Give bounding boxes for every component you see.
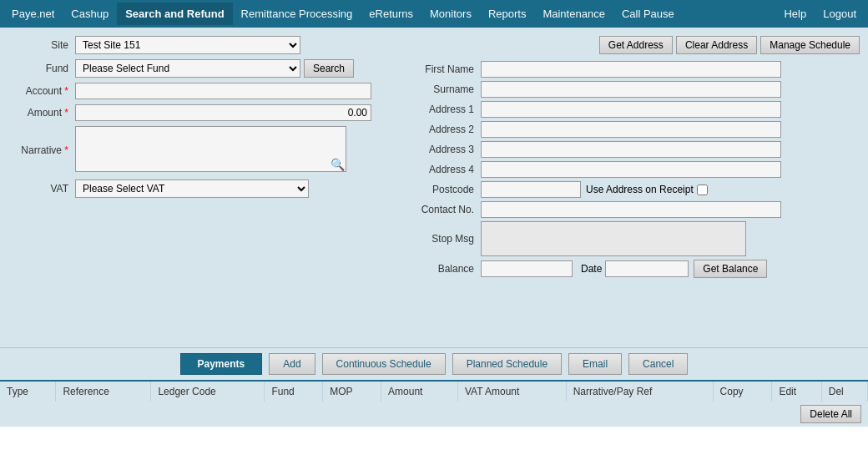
use-address-checkbox[interactable]	[697, 185, 708, 195]
account-label: Account	[8, 85, 75, 97]
col-del: Del	[821, 382, 867, 402]
balance-input[interactable]	[481, 260, 573, 277]
nav-cashup[interactable]: Cashup	[63, 3, 117, 25]
nav-maintenance[interactable]: Maintenance	[534, 3, 613, 25]
address2-input[interactable]	[481, 121, 781, 138]
continuous-schedule-button[interactable]: Continuous Schedule	[322, 353, 446, 375]
col-vat-amount: VAT Amount	[457, 382, 566, 402]
col-mop: MOP	[323, 382, 381, 402]
narrative-textarea[interactable]	[75, 126, 346, 172]
vat-select[interactable]: Please Select VAT	[75, 179, 309, 198]
amount-row: Amount	[8, 104, 392, 121]
nav-callpause[interactable]: Call Pause	[613, 3, 683, 25]
nav-payenet[interactable]: Paye.net	[3, 3, 63, 25]
fund-label: Fund	[8, 63, 75, 74]
postcode-row: Postcode Use Address on Receipt	[406, 181, 860, 198]
manage-schedule-button[interactable]: Manage Schedule	[760, 36, 860, 54]
first-name-row: First Name	[406, 61, 860, 78]
first-name-input[interactable]	[481, 61, 781, 78]
narrative-label: Narrative	[8, 144, 75, 156]
fund-row: Fund Please Select Fund Search	[8, 59, 392, 78]
col-type: Type	[0, 382, 56, 402]
contact-label: Contact No.	[406, 204, 481, 215]
col-edit: Edit	[772, 382, 821, 402]
navbar: Paye.net Cashup Search and Refund Remitt…	[0, 0, 868, 28]
data-table: Type Reference Ledger Code Fund MOP Amou…	[0, 382, 868, 402]
table-section: Type Reference Ledger Code Fund MOP Amou…	[0, 380, 868, 460]
address2-label: Address 2	[406, 124, 481, 135]
nav-reports[interactable]: Reports	[480, 3, 535, 25]
nav-ereturns[interactable]: eReturns	[361, 3, 421, 25]
address3-label: Address 3	[406, 144, 481, 155]
nav-help[interactable]: Help	[775, 3, 815, 25]
col-reference: Reference	[56, 382, 151, 402]
use-address-label: Use Address on Receipt	[586, 184, 694, 195]
search-button[interactable]: Search	[304, 59, 354, 78]
date-input[interactable]	[605, 260, 689, 277]
address4-row: Address 4	[406, 161, 860, 178]
nav-monitors[interactable]: Monitors	[421, 3, 480, 25]
action-bar: Payments Add Continuous Schedule Planned…	[0, 347, 868, 380]
address3-row: Address 3	[406, 141, 860, 158]
right-panel: Get Address Clear Address Manage Schedul…	[406, 36, 860, 339]
col-fund: Fund	[265, 382, 323, 402]
stopmsg-textarea[interactable]	[481, 221, 746, 256]
clear-address-button[interactable]: Clear Address	[676, 36, 757, 54]
nav-logout[interactable]: Logout	[815, 3, 865, 25]
vat-label: VAT	[8, 183, 75, 195]
address4-input[interactable]	[481, 161, 781, 178]
contact-input[interactable]	[481, 201, 781, 218]
balance-row: Balance Date Get Balance	[406, 260, 860, 278]
col-narrative: Narrative/Pay Ref	[566, 382, 713, 402]
stopmsg-label: Stop Msg	[406, 233, 481, 245]
amount-input[interactable]	[75, 104, 371, 121]
surname-row: Surname	[406, 81, 860, 98]
postcode-input[interactable]	[481, 181, 581, 198]
vat-row: VAT Please Select VAT	[8, 179, 392, 198]
cancel-button[interactable]: Cancel	[628, 353, 688, 375]
address1-row: Address 1	[406, 101, 860, 118]
narrative-row: Narrative 🔍	[8, 126, 392, 174]
left-panel: Site Test Site 151 Fund Please Select Fu…	[8, 36, 392, 339]
add-button[interactable]: Add	[269, 353, 315, 375]
fund-select[interactable]: Please Select Fund	[75, 59, 300, 78]
table-header-row: Type Reference Ledger Code Fund MOP Amou…	[0, 382, 868, 402]
narrative-search-icon[interactable]: 🔍	[331, 158, 345, 171]
balance-label: Balance	[406, 263, 481, 275]
use-address-row: Use Address on Receipt	[586, 184, 708, 195]
address1-label: Address 1	[406, 104, 481, 115]
site-select[interactable]: Test Site 151	[75, 36, 300, 54]
address1-input[interactable]	[481, 101, 781, 118]
get-balance-button[interactable]: Get Balance	[694, 260, 767, 278]
col-ledger-code: Ledger Code	[151, 382, 265, 402]
col-copy: Copy	[713, 382, 772, 402]
date-label: Date	[581, 263, 602, 275]
postcode-label: Postcode	[406, 184, 481, 195]
account-input[interactable]	[75, 83, 371, 99]
address2-row: Address 2	[406, 121, 860, 138]
email-button[interactable]: Email	[568, 353, 622, 375]
site-row: Site Test Site 151	[8, 36, 392, 54]
get-address-button[interactable]: Get Address	[599, 36, 673, 54]
stopmsg-row: Stop Msg	[406, 221, 860, 256]
address4-label: Address 4	[406, 164, 481, 175]
delete-all-button[interactable]: Delete All	[800, 405, 861, 423]
nav-remittance[interactable]: Remittance Processing	[233, 3, 361, 25]
nav-search-refund[interactable]: Search and Refund	[117, 3, 232, 25]
top-buttons: Get Address Clear Address Manage Schedul…	[406, 36, 860, 54]
payments-button[interactable]: Payments	[180, 353, 263, 375]
planned-schedule-button[interactable]: Planned Schedule	[452, 353, 562, 375]
surname-label: Surname	[406, 83, 481, 95]
main-content: Site Test Site 151 Fund Please Select Fu…	[0, 28, 868, 347]
table-footer: Delete All	[0, 402, 868, 427]
narrative-container: 🔍	[75, 126, 346, 174]
col-amount: Amount	[381, 382, 458, 402]
contact-row: Contact No.	[406, 201, 860, 218]
account-row: Account	[8, 83, 392, 99]
surname-input[interactable]	[481, 81, 781, 98]
site-label: Site	[8, 39, 75, 51]
first-name-label: First Name	[406, 63, 481, 75]
address3-input[interactable]	[481, 141, 781, 158]
amount-label: Amount	[8, 107, 75, 119]
